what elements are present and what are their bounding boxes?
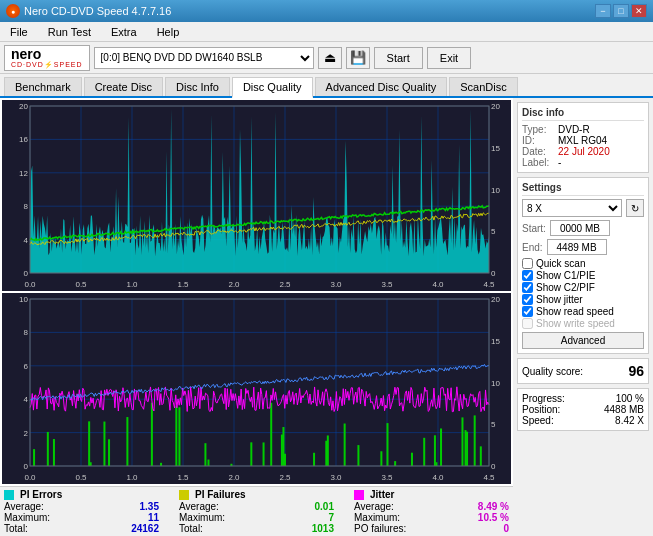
pi-errors-total-val: 24162 (131, 523, 159, 534)
pi-failures-color (179, 490, 189, 500)
id-label: ID: (522, 135, 554, 146)
pi-failures-avg-val: 0.01 (315, 501, 334, 512)
jitter-avg-val: 8.49 % (478, 501, 509, 512)
tab-bar: Benchmark Create Disc Disc Info Disc Qua… (0, 74, 653, 98)
pi-failures-max-val: 7 (328, 512, 334, 523)
eject-button[interactable]: ⏏ (318, 47, 342, 69)
upper-chart (2, 100, 511, 291)
end-input[interactable] (547, 239, 607, 255)
show-c1-pie-checkbox[interactable] (522, 270, 533, 281)
pi-failures-stats: PI Failures Average: 0.01 Maximum: 7 Tot… (179, 489, 334, 534)
quick-scan-checkbox[interactable] (522, 258, 533, 269)
show-read-speed-row: Show read speed (522, 306, 644, 317)
quick-scan-row: Quick scan (522, 258, 644, 269)
show-write-speed-label: Show write speed (536, 318, 615, 329)
advanced-button[interactable]: Advanced (522, 332, 644, 349)
pi-errors-avg-val: 1.35 (140, 501, 159, 512)
pi-errors-label: PI Errors (20, 489, 62, 500)
show-read-speed-checkbox[interactable] (522, 306, 533, 317)
exit-button[interactable]: Exit (427, 47, 471, 69)
menu-extra[interactable]: Extra (105, 24, 143, 40)
quality-score-value: 96 (628, 363, 644, 379)
pi-failures-label: PI Failures (195, 489, 246, 500)
progress-row: Progress: 100 % (522, 393, 644, 404)
tab-disc-quality[interactable]: Disc Quality (232, 77, 313, 98)
refresh-button[interactable]: ↻ (626, 199, 644, 217)
stats-panel: PI Errors Average: 1.35 Maximum: 11 Tota… (0, 486, 513, 536)
upper-chart-canvas (2, 100, 511, 291)
drive-select[interactable]: [0:0] BENQ DVD DD DW1640 BSLB (94, 47, 314, 69)
menu-file[interactable]: File (4, 24, 34, 40)
toolbar: nero CD·DVD⚡SPEED [0:0] BENQ DVD DD DW16… (0, 42, 653, 74)
menu-help[interactable]: Help (151, 24, 186, 40)
tab-advanced-disc-quality[interactable]: Advanced Disc Quality (315, 77, 448, 96)
app-icon: ● (6, 4, 20, 18)
speed-value: 8.42 X (615, 415, 644, 426)
maximize-button[interactable]: □ (613, 4, 629, 18)
date-value: 22 Jul 2020 (558, 146, 610, 157)
position-row: Position: 4488 MB (522, 404, 644, 415)
tab-scandisc[interactable]: ScanDisc (449, 77, 517, 96)
quality-score-section: Quality score: 96 (517, 358, 649, 384)
title-bar-left: ● Nero CD-DVD Speed 4.7.7.16 (6, 4, 171, 18)
disc-info-section: Disc info Type: DVD-R ID: MXL RG04 Date:… (517, 102, 649, 173)
title-bar-title: Nero CD-DVD Speed 4.7.7.16 (24, 5, 171, 17)
show-read-speed-label: Show read speed (536, 306, 614, 317)
menu-bar: File Run Test Extra Help (0, 22, 653, 42)
end-row: End: (522, 239, 644, 255)
pi-failures-avg-label: Average: (179, 501, 219, 512)
title-bar-buttons[interactable]: − □ ✕ (595, 4, 647, 18)
pi-failures-total-label: Total: (179, 523, 203, 534)
show-c2-pif-checkbox[interactable] (522, 282, 533, 293)
tab-benchmark[interactable]: Benchmark (4, 77, 82, 96)
speed-select[interactable]: 8 X (522, 199, 622, 217)
title-bar: ● Nero CD-DVD Speed 4.7.7.16 − □ ✕ (0, 0, 653, 22)
show-jitter-row: Show jitter (522, 294, 644, 305)
disc-info-title: Disc info (522, 107, 644, 121)
tab-create-disc[interactable]: Create Disc (84, 77, 163, 96)
save-button[interactable]: 💾 (346, 47, 370, 69)
start-button[interactable]: Start (374, 47, 423, 69)
start-input[interactable] (550, 220, 610, 236)
start-label: Start: (522, 223, 546, 234)
progress-label: Progress: (522, 393, 565, 404)
label-value: - (558, 157, 561, 168)
jitter-color (354, 490, 364, 500)
nero-logo-text: nero (11, 47, 83, 61)
show-jitter-checkbox[interactable] (522, 294, 533, 305)
progress-value: 100 % (616, 393, 644, 404)
pi-errors-avg-label: Average: (4, 501, 44, 512)
pi-errors-color (4, 490, 14, 500)
close-button[interactable]: ✕ (631, 4, 647, 18)
pi-failures-total-val: 1013 (312, 523, 334, 534)
id-value: MXL RG04 (558, 135, 607, 146)
jitter-label: Jitter (370, 489, 394, 500)
pi-failures-max-label: Maximum: (179, 512, 225, 523)
jitter-po-val: 0 (503, 523, 509, 534)
position-value: 4488 MB (604, 404, 644, 415)
start-row: Start: (522, 220, 644, 236)
nero-logo: nero CD·DVD⚡SPEED (4, 45, 90, 71)
nero-logo-subtext: CD·DVD⚡SPEED (11, 61, 83, 68)
jitter-avg-label: Average: (354, 501, 394, 512)
main-content: PI Errors Average: 1.35 Maximum: 11 Tota… (0, 98, 653, 536)
jitter-stats: Jitter Average: 8.49 % Maximum: 10.5 % P… (354, 489, 509, 534)
settings-section: Settings 8 X ↻ Start: End: Quick scan (517, 177, 649, 354)
quality-score-label: Quality score: (522, 366, 583, 377)
jitter-po-label: PO failures: (354, 523, 406, 534)
speed-row: 8 X ↻ (522, 199, 644, 217)
quick-scan-label: Quick scan (536, 258, 585, 269)
quality-row: Quality score: 96 (522, 363, 644, 379)
lower-chart (2, 293, 511, 484)
label-label: Label: (522, 157, 554, 168)
tab-disc-info[interactable]: Disc Info (165, 77, 230, 96)
menu-run-test[interactable]: Run Test (42, 24, 97, 40)
speed-label: Speed: (522, 415, 554, 426)
show-c1-pie-label: Show C1/PIE (536, 270, 595, 281)
pi-errors-stats: PI Errors Average: 1.35 Maximum: 11 Tota… (4, 489, 159, 534)
jitter-max-val: 10.5 % (478, 512, 509, 523)
minimize-button[interactable]: − (595, 4, 611, 18)
end-label: End: (522, 242, 543, 253)
lower-chart-canvas (2, 293, 511, 484)
show-c2-pif-label: Show C2/PIF (536, 282, 595, 293)
